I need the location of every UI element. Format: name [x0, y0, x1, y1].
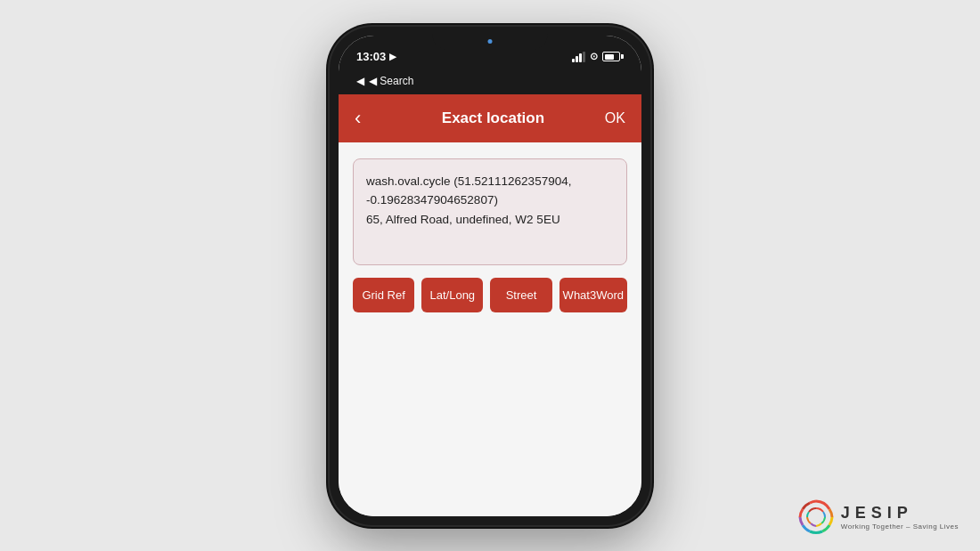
grid-ref-button[interactable]: Grid Ref — [353, 278, 414, 312]
battery-tip — [621, 54, 624, 59]
signal-bar-1 — [572, 59, 575, 62]
phone-frame: 13:03 ▶ ⊙ — [330, 27, 650, 525]
location-button-row: Grid Ref Lat/Long Street What3Word — [353, 278, 627, 312]
location-text-area: wash.oval.cycle (51.52111262357904, -0.1… — [353, 158, 627, 265]
nav-bar: ◀ ◀ Search — [339, 73, 641, 94]
jesip-name: JESIP — [841, 504, 913, 523]
location-line1: wash.oval.cycle (51.52111262357904, -0.1… — [366, 174, 571, 207]
battery-body — [602, 52, 620, 61]
jesip-tagline: Working Together – Saving Lives — [841, 523, 959, 531]
signal-bar-2 — [576, 56, 578, 62]
status-time: 13:03 — [356, 50, 386, 63]
signal-bars-icon — [572, 52, 585, 62]
signal-bar-3 — [579, 53, 582, 62]
scene: 13:03 ▶ ⊙ — [0, 0, 980, 551]
back-chevron-icon: ◀ — [356, 75, 364, 87]
header-title: Exact location — [442, 109, 544, 127]
jesip-logo: JESIP Working Together – Saving Lives — [798, 499, 959, 535]
status-time-area: 13:03 ▶ — [356, 50, 396, 63]
blue-dot — [488, 39, 493, 44]
battery-fill — [605, 54, 615, 60]
location-arrow-icon: ▶ — [389, 52, 396, 61]
location-line2: 65, Alfred Road, undefined, W2 5EU — [366, 213, 560, 226]
header-ok-button[interactable]: OK — [605, 110, 625, 126]
phone-notch — [432, 27, 548, 50]
app-header: ‹ Exact location OK — [339, 94, 641, 142]
back-label: ◀ Search — [369, 75, 413, 87]
street-button[interactable]: Street — [490, 278, 551, 312]
what3word-button[interactable]: What3Word — [559, 278, 627, 312]
app-content: ‹ Exact location OK wash.oval.cycle (51.… — [339, 94, 641, 516]
phone-screen: 13:03 ▶ ⊙ — [339, 36, 641, 516]
battery-icon — [602, 52, 624, 61]
signal-bar-4 — [583, 52, 585, 62]
jesip-circle-icon — [798, 499, 834, 535]
wifi-icon: ⊙ — [590, 51, 598, 62]
lat-long-button[interactable]: Lat/Long — [421, 278, 483, 312]
status-icons: ⊙ — [572, 51, 624, 62]
jesip-text-area: JESIP Working Together – Saving Lives — [841, 504, 959, 531]
header-back-button[interactable]: ‹ — [355, 107, 381, 130]
nav-back-button[interactable]: ◀ ◀ Search — [356, 75, 624, 87]
